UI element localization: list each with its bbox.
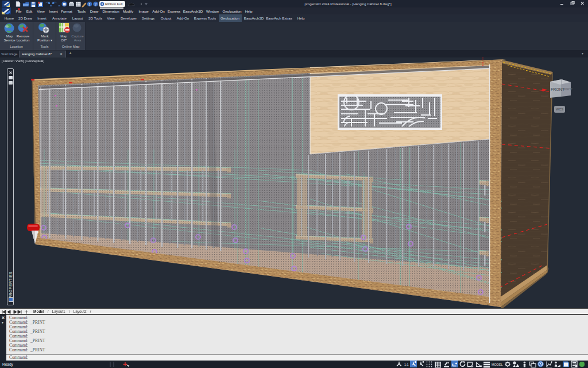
svg-text:f: f <box>89 2 90 6</box>
svg-text:1:1: 1:1 <box>404 363 409 366</box>
svg-text:MODEL: MODEL <box>492 363 503 366</box>
svg-text:?: ? <box>95 2 97 6</box>
svg-text:RIGHT: RIGHT <box>563 87 573 91</box>
